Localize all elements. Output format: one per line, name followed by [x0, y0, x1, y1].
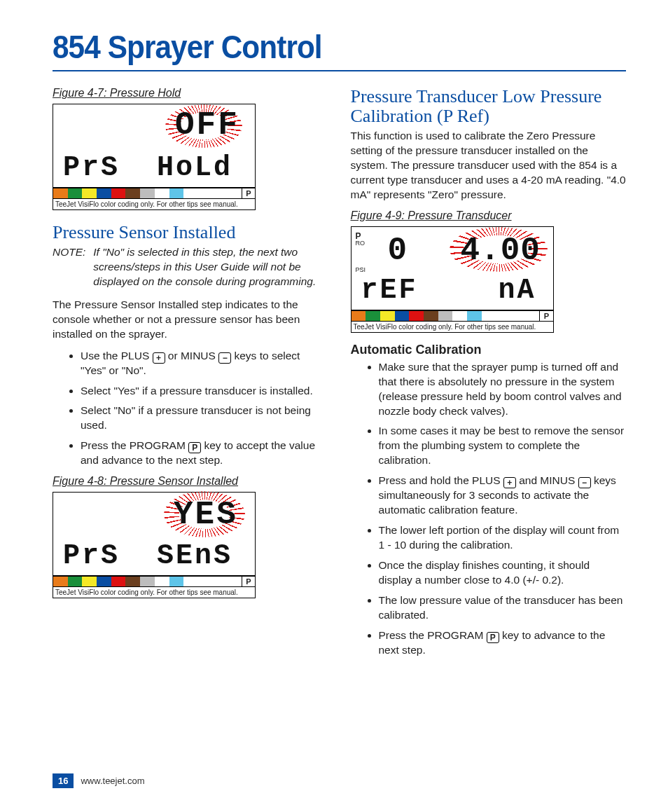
color-bar: P [53, 188, 255, 198]
left-column: Figure 4-7: Pressure Hold OFF PrS HoLd P… [53, 87, 328, 665]
lcd-bottom-right: SEnS [157, 540, 232, 572]
page-footer: 16 www.teejet.com [53, 773, 145, 788]
p-indicator: P [539, 311, 552, 321]
figure-4-8-caption: Figure 4-8: Pressure Sensor Installed [53, 475, 328, 488]
list-item: The low pressure value of the transducer… [379, 593, 627, 623]
note-block: NOTE: If "No" is selected in this step, … [53, 245, 328, 289]
heading-pressure-sensor-installed: Pressure Sensor Installed [53, 223, 328, 242]
lcd-top-value: YES [174, 497, 238, 533]
indicator-pro: RO [356, 240, 366, 247]
page-number: 16 [53, 773, 74, 788]
colorbar-note: TeeJet VisiFlo color coding only. For ot… [53, 586, 255, 598]
note-label: NOTE: [53, 245, 90, 260]
p-indicator: P [242, 188, 255, 198]
indicator-psi: PSI [356, 266, 366, 273]
minus-key-icon: − [578, 477, 591, 488]
plus-key-icon: + [503, 477, 516, 488]
plus-key-icon: + [153, 352, 165, 364]
lcd-figure-4-9: P RO PSI 0 4.00 rEF nA P TeeJet VisiFlo … [351, 226, 554, 333]
para-pressure-transducer: This function is used to calibrate the Z… [351, 129, 627, 202]
lcd-bottom-right: nA [499, 275, 536, 306]
heading-pressure-transducer: Pressure Transducer Low Pressure Calibra… [351, 87, 627, 126]
lcd-top-value: OFF [175, 107, 239, 144]
list-item: Use the PLUS + or MINUS − keys to select… [81, 349, 328, 378]
lcd-bottom-left: PrS [63, 152, 120, 184]
lcd-bottom-left: PrS [63, 540, 120, 572]
program-key-icon: P [487, 632, 499, 643]
color-bar: P [53, 576, 255, 586]
lcd-figure-4-8: YES PrS SEnS P TeeJet VisiFlo color codi… [53, 492, 256, 598]
lcd-bottom-right: HoLd [157, 152, 232, 184]
lcd-figure-4-7: OFF PrS HoLd P TeeJet VisiFlo color codi… [53, 104, 256, 210]
list-item: Select "Yes" if a pressure transducer is… [81, 384, 328, 399]
program-key-icon: P [188, 442, 201, 453]
footer-url: www.teejet.com [81, 776, 144, 786]
figure-4-7-caption: Figure 4-7: Pressure Hold [53, 87, 328, 99]
title-rule [53, 70, 626, 71]
lcd-top-right: 4.00 [461, 233, 541, 269]
colorbar-note: TeeJet VisiFlo color coding only. For ot… [53, 198, 255, 209]
list-item: Once the display finishes counting, it s… [379, 558, 627, 588]
right-column: Pressure Transducer Low Pressure Calibra… [351, 87, 627, 665]
list-item: Press and hold the PLUS + and MINUS − ke… [379, 474, 627, 518]
para-pressure-sensor: The Pressure Sensor Installed step indic… [53, 298, 328, 342]
list-item: The lower left portion of the display wi… [379, 523, 627, 553]
bullet-list-left: Use the PLUS + or MINUS − keys to select… [53, 349, 328, 469]
bullet-list-right: Make sure that the sprayer pump is turne… [351, 360, 627, 658]
list-item: Make sure that the sprayer pump is turne… [379, 360, 627, 419]
note-body: If "No" is selected in this step, the ne… [93, 245, 327, 289]
figure-4-9-caption: Figure 4-9: Pressure Transducer [351, 209, 627, 222]
heading-automatic-calibration: Automatic Calibration [351, 343, 627, 357]
list-item: Select "No" if a pressure transducer is … [81, 404, 328, 433]
p-indicator: P [242, 577, 255, 586]
list-item: Press the PROGRAM P key to advance to th… [379, 628, 627, 658]
lcd-bottom-left: rEF [361, 275, 418, 306]
minus-key-icon: − [218, 352, 231, 364]
color-bar: P [352, 310, 553, 321]
list-item: In some cases it may be best to remove t… [379, 424, 627, 468]
page-title: 854 Sprayer Control [53, 28, 580, 66]
lcd-top-left: 0 [388, 233, 410, 269]
colorbar-note: TeeJet VisiFlo color coding only. For ot… [352, 321, 553, 332]
list-item: Press the PROGRAM P key to accept the va… [81, 439, 328, 468]
